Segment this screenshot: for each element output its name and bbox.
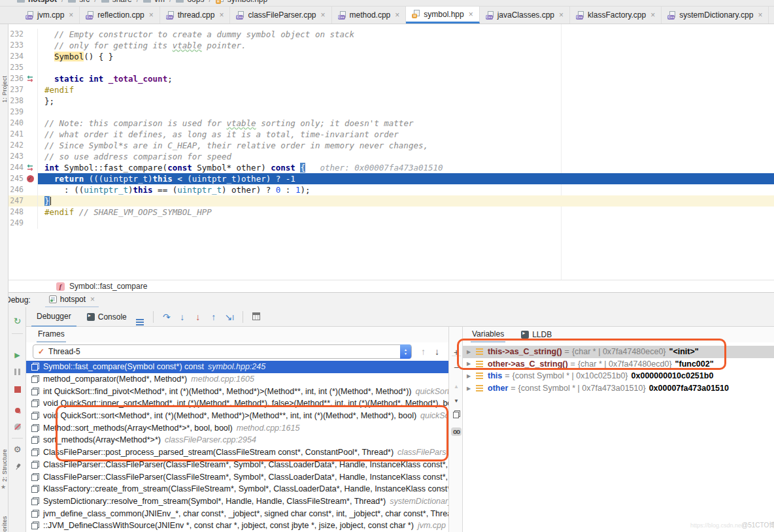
breakpoint-icon[interactable] [27,175,34,182]
gutter[interactable]: 242 [8,140,38,151]
frame-row-3[interactable]: int QuickSort::find_pivot<Method*, int (… [26,385,448,397]
gutter[interactable]: 247 [8,195,38,207]
mute-breakpoints-icon[interactable] [8,422,26,432]
gutter[interactable]: 245 [8,173,38,184]
move-up-icon[interactable]: ▲ [449,379,463,391]
gutter[interactable]: 249 [8,218,38,229]
frame-row-1[interactable]: Symbol::fast_compare(Symbol const*) cons… [26,361,448,373]
close-icon[interactable]: × [149,10,154,20]
sidebar-item-structure[interactable]: 2: Structure [0,426,8,482]
tab-lldb[interactable]: LLDB [521,330,552,339]
variable-row-3[interactable]: ▶this={const Symbol * | 0x10c0251b0}0x00… [463,370,774,382]
frame-row-9[interactable]: ClassFileParser::ClassFileParser(ClassFi… [26,459,448,471]
breadcrumb-item[interactable]: vm [143,0,165,4]
copy-value-icon[interactable] [449,409,463,421]
breadcrumb-item[interactable]: share [101,0,132,4]
frame-row-8[interactable]: ClassFileParser::post_process_parsed_str… [26,446,448,459]
editor-tab-method-cpp[interactable]: C++method.cpp× [332,7,407,24]
gutter[interactable]: 238 [8,95,38,107]
close-icon[interactable]: × [219,10,224,20]
variable-row-2[interactable]: ▶other->as_C_string()={char * | 0x7fa474… [463,358,774,371]
frame-row-6[interactable]: Method::sort_methods(Array<Method*>*, bo… [26,422,448,434]
resume-icon[interactable]: ▶ [8,350,26,359]
expand-arrow-icon[interactable]: ▶ [467,386,476,391]
frame-row-4[interactable]: void QuickSort::inner_sort<Method*, int … [26,397,448,410]
function-breadcrumb-label[interactable]: Symbol::fast_compare [69,282,147,291]
gutter[interactable]: 248 [8,207,38,218]
editor-tab-klassFactory-cpp[interactable]: C++klassFactory.cpp× [570,7,662,24]
frame-row-11[interactable]: KlassFactory::create_from_stream(ClassFi… [26,483,448,495]
editor-tab-systemDictionary-cpp[interactable]: C++systemDictionary.cpp× [662,7,769,24]
gutter[interactable]: 234 [8,51,38,62]
variable-row-1[interactable]: ▶this->as_C_string()={char * | 0x7fa4748… [463,346,774,358]
pause-icon[interactable] [8,367,26,377]
pin-icon[interactable] [8,463,26,473]
run-to-cursor-icon[interactable]: ↘I [222,312,237,322]
close-icon[interactable]: × [650,10,655,20]
show-watches-icon[interactable]: oo [449,425,463,437]
gutter[interactable]: 236 [8,73,38,84]
rerun-icon[interactable]: ↻ [8,316,26,326]
gutter[interactable]: 243 [8,151,38,162]
gutter[interactable]: 246 [8,184,38,195]
frame-row-14[interactable]: ::JVM_DefineClassWithSource(JNIEnv *, co… [26,520,448,532]
close-icon[interactable]: × [395,10,399,20]
gutter[interactable]: 237 [8,84,38,95]
frame-down-button[interactable]: ↓ [435,346,439,357]
gutter[interactable]: 240 [8,118,38,129]
frame-row-10[interactable]: ClassFileParser::ClassFileParser(ClassFi… [26,471,448,483]
close-icon[interactable]: × [321,10,326,20]
close-icon[interactable]: × [559,10,564,20]
frame-row-12[interactable]: SystemDictionary::resolve_from_stream(Sy… [26,495,448,508]
add-watch-icon[interactable]: + [449,346,463,358]
sidebar-item-project[interactable]: 1: Project [0,52,8,103]
editor-tab-jvm-cpp[interactable]: C++jvm.cpp× [20,7,80,24]
show-execution-point-menu-icon[interactable] [132,312,148,322]
thread-selector[interactable]: ✓ Thread-5 ▲▼ [33,344,412,359]
step-out-icon[interactable]: ↑ [206,312,222,322]
tab-console[interactable]: Console [82,307,132,327]
frame-up-button[interactable]: ↑ [421,346,426,357]
gutter[interactable]: 239 [8,107,38,118]
close-icon[interactable]: × [758,10,762,20]
editor-tab-symbolTable-hpp[interactable]: HsymbolTable.hpp× [769,7,774,24]
gutter[interactable]: 232 [8,29,38,40]
remove-watch-icon[interactable]: − [449,361,463,373]
editor-tab-classFileParser-cpp[interactable]: C++classFileParser.cpp× [230,7,331,24]
move-down-icon[interactable]: ▼ [449,393,463,405]
expand-arrow-icon[interactable]: ▶ [467,349,476,355]
frame-row-5[interactable]: void QuickSort::sort<Method*, int (*)(Me… [26,410,448,422]
step-over-icon[interactable]: ↷ [159,312,175,322]
editor-tab-symbol-hpp[interactable]: Hsymbol.hpp× [406,7,479,24]
settings-icon[interactable]: ⚙ [8,444,26,454]
gutter[interactable]: 233 [8,40,38,51]
breadcrumb-item[interactable]: hotspot [17,0,57,4]
expand-arrow-icon[interactable]: ▶ [467,373,476,379]
frame-row-13[interactable]: jvm_define_class_common(JNIEnv_*, char c… [26,507,448,520]
view-breakpoints-icon[interactable] [8,405,26,415]
gutter[interactable]: 241 [8,129,38,140]
tab-variables[interactable]: Variables [471,327,505,342]
stop-icon[interactable] [8,385,26,395]
code-editor[interactable]: 232 // Empty constructor to create a dum… [8,24,774,280]
editor-tab-reflection-cpp[interactable]: C++reflection.cpp× [80,7,160,24]
step-into-icon[interactable]: ↓ [175,312,190,322]
editor-tab-thread-cpp[interactable]: C++thread.cpp× [160,7,231,24]
tab-debugger[interactable]: Debugger [31,307,76,327]
debug-session-tab[interactable]: hotspot × [45,293,99,308]
tab-frames[interactable]: Frames [37,327,66,342]
expand-arrow-icon[interactable]: ▶ [467,361,476,367]
gutter[interactable]: 244 [8,162,38,173]
editor-tab-javaClasses-cpp[interactable]: C++javaClasses.cpp× [480,7,570,24]
gutter[interactable]: 235 [8,62,38,73]
combobox-stepper-icon[interactable]: ▲▼ [400,344,411,359]
sidebar-item-favorites[interactable]: 2: Favorites [0,490,8,532]
breadcrumb-item[interactable]: src [68,0,90,4]
close-icon[interactable]: × [90,295,95,304]
breadcrumb-item[interactable]: oops [176,0,204,4]
breadcrumb-item[interactable]: Hsymbol.hpp [216,0,267,4]
close-icon[interactable]: × [469,10,473,19]
variable-row-4[interactable]: ▶other={const Symbol * | 0x7fa473a01510}… [463,382,774,395]
force-step-into-icon[interactable]: ↓ [190,312,206,322]
frame-row-7[interactable]: sort_methods(Array<Method*>*)classFilePa… [26,434,448,446]
